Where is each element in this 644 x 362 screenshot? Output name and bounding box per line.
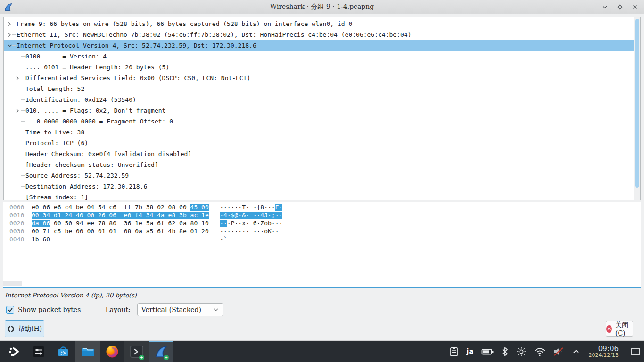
hex-byte: be	[76, 204, 83, 211]
taskbar-firefox[interactable]	[100, 341, 124, 362]
taskbar-discover[interactable]	[51, 341, 75, 362]
volume-muted-icon[interactable]	[553, 346, 564, 357]
hex-byte: 00	[76, 228, 83, 235]
bluetooth-icon[interactable]	[501, 346, 509, 357]
packet-tree-row[interactable]: Destination Address: 172.30.218.6	[4, 181, 634, 192]
gap	[109, 236, 116, 243]
packet-tree-row[interactable]: Differentiated Services Field: 0x00 (DSC…	[4, 73, 634, 83]
tree-row-text: [Stream index: 1]	[25, 194, 88, 200]
ascii-char	[279, 228, 282, 235]
gap	[65, 236, 72, 243]
ascii-char: ·	[227, 220, 231, 227]
gap	[175, 236, 179, 243]
hex-byte: 4a	[157, 212, 165, 219]
packet-tree-row[interactable]: ...0 0000 0000 0000 = Fragment Offset: 0	[4, 116, 634, 127]
hex-row[interactable]: 0020 da 06 00 50 94 ee 78 80 36 1e 5a 6f…	[9, 219, 641, 227]
maximize-icon[interactable]	[616, 3, 624, 11]
tree-branch-line	[21, 78, 25, 78]
packet-tree-row[interactable]: [Header checksum status: Unverified]	[4, 159, 634, 170]
taskbar-terminal[interactable]: +	[124, 341, 149, 362]
hex-offset: 0000	[9, 204, 24, 211]
close-dialog-button[interactable]: ✕ 关闭(C)	[606, 321, 633, 337]
hex-row[interactable]: 0010 00 34 d1 24 40 00 26 06 e0 f4 34 4a…	[9, 211, 641, 219]
packet-tree-row[interactable]: Source Address: 52.74.232.59	[4, 170, 634, 181]
hex-byte: f4	[135, 212, 142, 219]
hex-row[interactable]: 0000 e0 06 e6 c4 be 04 54 c6 ff 7b 38 02…	[9, 203, 641, 211]
packet-tree-row[interactable]: Identification: 0xd124 (53540)	[4, 94, 634, 105]
show-desktop-button[interactable]	[631, 348, 640, 355]
hex-byte: 60	[42, 236, 50, 243]
gap	[50, 212, 54, 219]
input-method-indicator[interactable]: ja	[466, 347, 473, 356]
gap	[249, 204, 253, 211]
hex-byte: 1e	[135, 220, 142, 227]
packet-detail-pane: Frame 9: 66 bytes on wire (528 bits), 66…	[3, 17, 641, 200]
gap	[157, 236, 165, 243]
hex-scrollbar-thumb[interactable]	[3, 281, 22, 286]
ascii-char: ·	[220, 236, 223, 243]
battery-icon[interactable]	[481, 347, 494, 356]
gap	[72, 228, 76, 235]
wifi-icon[interactable]	[534, 347, 545, 356]
hex-byte: 94	[76, 220, 83, 227]
packet-tree-row[interactable]: Header Checksum: 0xe0f4 [validation disa…	[4, 148, 634, 159]
brightness-icon[interactable]	[516, 346, 527, 357]
hex-byte: c5	[54, 228, 61, 235]
gap	[165, 212, 168, 219]
layout-select[interactable]: Vertical (Stacked)	[137, 303, 223, 316]
titlebar[interactable]: Wireshark · 分组 9 · 1-4.pcapng	[0, 0, 644, 14]
hex-byte: 0a	[179, 220, 187, 227]
packet-tree-row[interactable]: 0100 .... = Version: 4	[4, 51, 634, 62]
layout-label: Layout:	[105, 306, 130, 313]
packet-tree-row[interactable]: [Stream index: 1]	[4, 192, 634, 200]
hex-byte: 00	[201, 204, 209, 211]
close-icon[interactable]	[631, 3, 639, 11]
tree-scrollbar[interactable]	[634, 17, 640, 200]
tree-row-text: Internet Protocol Version 4, Src: 52.74.…	[17, 42, 256, 49]
packet-tree-row[interactable]: 010. .... = Flags: 0x2, Don't fragment	[4, 105, 634, 116]
tree-branch-line	[21, 132, 25, 132]
hex-byte: 6f	[157, 228, 165, 235]
clock[interactable]: 09:06 2024/12/13	[589, 345, 619, 359]
ascii-char: ·	[272, 220, 275, 227]
taskbar-file-manager[interactable]	[75, 341, 100, 362]
gap	[165, 220, 168, 227]
show-packet-bytes-checkbox[interactable]	[6, 306, 14, 314]
hex-byte: a5	[146, 228, 154, 235]
hex-row[interactable]: 0040 1b 60 ·`	[9, 235, 641, 243]
hex-offset: 0040	[9, 236, 24, 243]
minimize-icon[interactable]	[601, 3, 609, 11]
taskbar-system-settings[interactable]	[26, 341, 51, 362]
ascii-char: b	[268, 220, 272, 227]
tree-scrollbar-thumb[interactable]	[635, 19, 639, 188]
clipboard-icon[interactable]	[449, 346, 459, 357]
tree-row-text: Differentiated Services Field: 0x00 (DSC…	[25, 74, 250, 82]
gap	[153, 212, 157, 219]
packet-tree-row[interactable]: Frame 9: 66 bytes on wire (528 bits), 66…	[4, 18, 634, 29]
expand-arrow-icon[interactable]	[15, 107, 21, 115]
ascii-char: ·	[231, 228, 235, 235]
expand-tray-icon[interactable]	[572, 347, 580, 356]
gap	[198, 212, 201, 219]
gap	[209, 236, 220, 243]
packet-tree-row[interactable]: Total Length: 52	[4, 83, 634, 94]
expand-arrow-icon[interactable]	[15, 74, 21, 82]
ascii-char: o	[264, 220, 268, 227]
taskbar-app-launcher[interactable]	[2, 341, 26, 362]
packet-tree-row[interactable]: Protocol: TCP (6)	[4, 138, 634, 148]
hex-byte: 8e	[179, 228, 187, 235]
help-button[interactable]: 帮助(H)	[5, 320, 44, 337]
gap	[94, 204, 98, 211]
gap	[24, 228, 32, 235]
packet-tree-row[interactable]: .... 0101 = Header Length: 20 bytes (5)	[4, 62, 634, 73]
hex-byte: 38	[146, 204, 154, 211]
packet-tree-row[interactable]: Time to Live: 38	[4, 127, 634, 138]
taskbar-wireshark-active[interactable]: +	[149, 341, 173, 362]
packet-tree-row[interactable]: Internet Protocol Version 4, Src: 52.74.…	[4, 40, 634, 51]
packet-tree-row[interactable]: Ethernet II, Src: NewH3CTechno_7b:38:02 …	[4, 29, 634, 40]
discover-icon	[56, 345, 70, 359]
hex-row[interactable]: 0030 00 7f c5 be 00 00 01 01 08 0a a5 6f…	[9, 227, 641, 235]
ascii-char: ·	[246, 212, 249, 219]
tree-branch-line	[21, 197, 25, 197]
tree-branch-line	[21, 99, 25, 100]
